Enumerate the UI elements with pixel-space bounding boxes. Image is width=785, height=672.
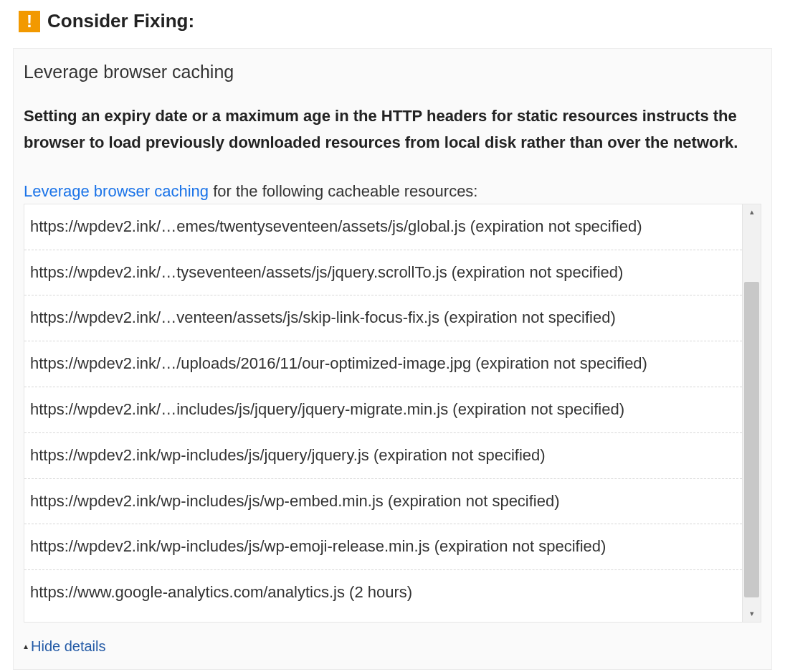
- scroll-down-button[interactable]: ▾: [743, 606, 761, 622]
- resource-list-box: https://wpdev2.ink/…emes/twentyseventeen…: [24, 204, 761, 623]
- warning-icon: !: [19, 11, 40, 32]
- resource-row: https://wpdev2.ink/wp-includes/js/wp-emb…: [24, 479, 742, 525]
- resource-row: https://wpdev2.ink/…includes/js/jquery/j…: [24, 387, 742, 433]
- pagespeed-fixing-panel: ! Consider Fixing: Leverage browser cach…: [0, 0, 785, 672]
- resource-row: https://wpdev2.ink/…emes/twentyseventeen…: [24, 204, 742, 250]
- resource-scroll-area: https://wpdev2.ink/…emes/twentyseventeen…: [24, 204, 742, 622]
- scroll-thumb[interactable]: [744, 282, 759, 597]
- scrollbar[interactable]: ▴ ▾: [742, 204, 761, 622]
- hide-details-toggle[interactable]: ▴ Hide details: [24, 638, 761, 655]
- scroll-track[interactable]: [743, 220, 761, 606]
- section-title: Consider Fixing:: [47, 10, 194, 32]
- hide-details-label: Hide details: [31, 638, 106, 655]
- scroll-up-button[interactable]: ▴: [743, 204, 761, 220]
- resource-row: https://wpdev2.ink/…tyseventeen/assets/j…: [24, 250, 742, 296]
- leverage-caching-link[interactable]: Leverage browser caching: [24, 182, 209, 200]
- issue-description: Setting an expiry date or a maximum age …: [24, 103, 761, 156]
- resource-row: https://wpdev2.ink/…/uploads/2016/11/our…: [24, 341, 742, 387]
- issue-action-line: Leverage browser caching for the followi…: [24, 182, 761, 201]
- warning-glyph: !: [27, 13, 32, 30]
- action-suffix: for the following cacheable resources:: [209, 182, 477, 200]
- collapse-triangle-icon: ▴: [24, 641, 28, 651]
- section-header: ! Consider Fixing:: [19, 10, 772, 32]
- issue-title: Leverage browser caching: [24, 62, 761, 82]
- resource-row: https://wpdev2.ink/wp-includes/js/wp-emo…: [24, 524, 742, 570]
- issue-panel: Leverage browser caching Setting an expi…: [13, 48, 772, 670]
- resource-row: https://www.google-analytics.com/analyti…: [24, 570, 742, 615]
- resource-row: https://wpdev2.ink/wp-includes/js/jquery…: [24, 433, 742, 479]
- resource-row: https://wpdev2.ink/…venteen/assets/js/sk…: [24, 295, 742, 341]
